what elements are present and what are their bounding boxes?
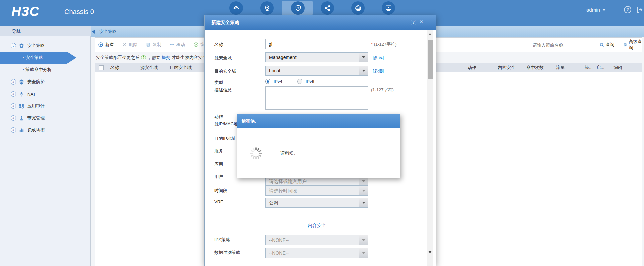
data-filter-label: 数据过滤策略 bbox=[214, 250, 240, 256]
src-zone-multi-link[interactable]: [多选] bbox=[373, 55, 384, 61]
src-zone-select[interactable]: Management bbox=[265, 52, 368, 62]
scroll-down-icon[interactable] bbox=[428, 251, 432, 253]
app-grid-icon bbox=[19, 103, 24, 109]
vrf-select[interactable]: 公网 bbox=[265, 198, 368, 208]
dropdown-button[interactable] bbox=[359, 186, 368, 195]
play-circle-icon bbox=[193, 42, 199, 47]
ipv4-radio[interactable]: IPv4 bbox=[265, 79, 282, 84]
dst-zone-select[interactable]: Local bbox=[265, 66, 368, 76]
col-edit[interactable]: 编辑 bbox=[613, 63, 622, 72]
network-share-icon[interactable] bbox=[321, 1, 334, 15]
name-input[interactable] bbox=[265, 39, 368, 49]
section-divider bbox=[218, 217, 416, 217]
col-action[interactable]: 动作 bbox=[468, 63, 476, 72]
security-shield-icon[interactable] bbox=[291, 1, 305, 15]
ipv6-radio[interactable]: IPv6 bbox=[297, 79, 314, 84]
dropdown-button[interactable] bbox=[359, 198, 368, 207]
radio-checked-icon bbox=[265, 79, 270, 84]
dst-zone-label: 目的安全域 bbox=[214, 68, 236, 74]
dialog-title: 新建安全策略 bbox=[211, 15, 239, 30]
move-button[interactable]: 移动 bbox=[169, 42, 185, 48]
sidebar: 导航 ⌄ 安全策略 安全策略 策略命中分析 » 安全防护 » NAT » 应用审… bbox=[0, 26, 91, 266]
scrollbar-thumb[interactable] bbox=[428, 40, 433, 79]
sidebar-item-bandwidth[interactable]: » 带宽管理 bbox=[0, 112, 91, 124]
radio-unchecked-icon bbox=[297, 79, 302, 84]
sidebar-item-load-balance[interactable]: » 负载均衡 bbox=[0, 124, 91, 136]
expand-chevrons-icon[interactable]: » bbox=[11, 103, 16, 109]
user-menu[interactable]: admin bbox=[586, 7, 606, 13]
collapse-chevron-icon[interactable]: ⌄ bbox=[11, 43, 16, 48]
move-arrows-icon bbox=[169, 42, 175, 47]
col-name[interactable]: 名称 bbox=[110, 63, 119, 72]
expand-chevrons-icon[interactable]: » bbox=[11, 79, 16, 85]
shield-guard-icon bbox=[19, 79, 24, 85]
bandwidth-node-icon bbox=[19, 115, 24, 121]
delete-button[interactable]: 删除 bbox=[122, 42, 138, 48]
col-enable[interactable]: 启... bbox=[596, 63, 604, 72]
logout-icon[interactable] bbox=[636, 6, 644, 14]
monitor-probe-icon[interactable] bbox=[260, 1, 274, 15]
col-hit-count[interactable]: 命中次数 bbox=[526, 63, 544, 72]
app-root: H3C Chassis 0 admin ? 导航 bbox=[0, 0, 644, 266]
type-label: 类型 bbox=[214, 79, 223, 86]
sidebar-item-app-audit[interactable]: » 应用审计 bbox=[0, 100, 91, 112]
scroll-up-icon[interactable] bbox=[428, 33, 432, 35]
data-filter-select[interactable]: --NONE-- bbox=[265, 248, 368, 258]
dialog-scrollbar[interactable] bbox=[427, 30, 433, 266]
time-range-select[interactable]: 请选择时间段 bbox=[265, 185, 368, 196]
sidebar-item-security-policy[interactable]: ⌄ 安全策略 bbox=[0, 40, 91, 52]
toolbar-divider bbox=[621, 41, 621, 48]
advanced-query-button[interactable]: 高级查询 bbox=[624, 38, 642, 52]
sidebar-subitem-security-policy-selected[interactable]: 安全策略 bbox=[0, 52, 67, 64]
dropdown-button[interactable] bbox=[359, 53, 368, 62]
col-traffic[interactable]: 流量 bbox=[556, 63, 565, 72]
sidebar-item-nat[interactable]: » NAT bbox=[0, 88, 91, 100]
commit-link[interactable]: 提交 bbox=[162, 55, 170, 61]
help-icon[interactable]: ? bbox=[624, 6, 631, 13]
select-all-checkbox[interactable] bbox=[99, 65, 104, 70]
description-label: 描述信息 bbox=[214, 87, 232, 93]
dialog-help-icon[interactable]: ? bbox=[411, 20, 416, 25]
dropdown-button[interactable] bbox=[359, 248, 368, 258]
commit-notice: 安全策略配置变更之后 ? ，需要 提交 才能生效内容安全配置 bbox=[96, 55, 215, 61]
device-title: Chassis 0 bbox=[64, 8, 94, 16]
x-icon bbox=[122, 42, 127, 47]
please-wait-dialog: 请稍候。 请稍候。 bbox=[237, 114, 400, 178]
sidebar-item-label: 负载均衡 bbox=[27, 127, 45, 133]
globe-icon[interactable] bbox=[351, 1, 365, 15]
tab-security-policy[interactable]: 安全策略 bbox=[99, 26, 117, 37]
dashboard-gauge-icon[interactable] bbox=[229, 1, 243, 15]
system-monitor-icon[interactable] bbox=[382, 1, 395, 15]
service-label: 服务 bbox=[214, 148, 223, 154]
col-dst-zone[interactable]: 目的安全域 bbox=[170, 63, 192, 72]
query-button[interactable]: 查询 bbox=[599, 38, 614, 52]
expand-chevrons-icon[interactable]: » bbox=[11, 127, 16, 133]
expand-chevrons-icon[interactable]: » bbox=[11, 115, 16, 121]
col-content-sec[interactable]: 内容安全 bbox=[498, 63, 515, 72]
copy-doc-icon bbox=[146, 42, 151, 47]
ips-policy-select[interactable]: --NONE-- bbox=[265, 235, 368, 245]
name-hint: * (1-127字符) bbox=[371, 41, 397, 47]
chevron-down-icon bbox=[362, 70, 365, 72]
col-stats[interactable]: 统... bbox=[585, 63, 593, 72]
description-textarea[interactable] bbox=[265, 86, 368, 110]
notice-text: 安全策略配置变更之后 bbox=[96, 55, 140, 61]
sidebar-subitem-policy-hit-analysis[interactable]: 策略命中分析 bbox=[0, 64, 77, 76]
dialog-titlebar[interactable]: 新建安全策略 ? ✕ bbox=[205, 15, 436, 30]
dropdown-button[interactable] bbox=[359, 66, 368, 75]
search-input[interactable] bbox=[530, 41, 593, 49]
sidebar-item-security-protection[interactable]: » 安全防护 bbox=[0, 76, 91, 88]
collapse-sidebar-icon[interactable] bbox=[92, 30, 95, 34]
new-button[interactable]: 新建 bbox=[98, 42, 114, 48]
help-question-icon[interactable]: ? bbox=[141, 55, 146, 60]
col-src-zone[interactable]: 源安全域 bbox=[140, 63, 158, 72]
close-icon[interactable]: ✕ bbox=[419, 19, 424, 25]
sidebar-subitem-label: 策略命中分析 bbox=[23, 67, 52, 73]
expand-chevrons-icon[interactable]: » bbox=[11, 91, 16, 97]
dst-zone-multi-link[interactable]: [多选] bbox=[373, 68, 384, 74]
shield-plus-icon bbox=[19, 43, 24, 49]
h3c-logo: H3C bbox=[11, 4, 39, 19]
sidebar-title: 导航 bbox=[0, 26, 91, 36]
dropdown-button[interactable] bbox=[359, 235, 368, 245]
copy-button[interactable]: 复制 bbox=[146, 42, 161, 48]
